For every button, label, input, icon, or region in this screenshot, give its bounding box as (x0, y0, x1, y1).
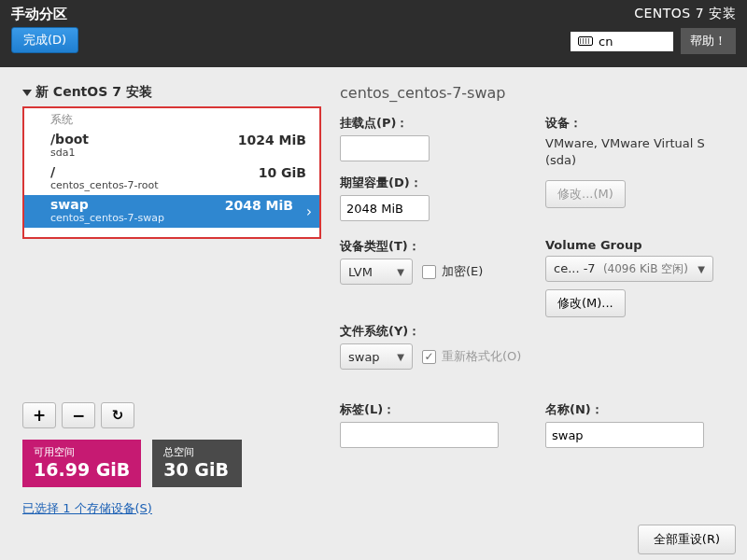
reload-icon: ↻ (112, 407, 124, 424)
name-label: 名称(N)： (545, 401, 732, 418)
chevron-right-icon: › (306, 203, 312, 220)
space-summary: 可用空间 16.99 GiB 总空间 30 GiB (22, 440, 321, 487)
encrypt-checkbox-row[interactable]: 加密(E) (422, 263, 483, 280)
keyboard-layout-selector[interactable]: cn (571, 32, 673, 51)
devtype-value: LVM (348, 265, 373, 279)
device-label: 设备： (545, 115, 732, 132)
fs-label: 文件系统(Y)： (340, 323, 527, 340)
chevron-down-icon (22, 90, 32, 96)
partition-size: 2048 MiB (225, 198, 293, 213)
storage-devices-link[interactable]: 已选择 1 个存储设备(S) (22, 500, 152, 517)
name-input[interactable] (545, 422, 704, 448)
vg-label: Volume Group (545, 238, 732, 252)
help-button[interactable]: 帮助！ (681, 28, 736, 54)
done-button[interactable]: 完成(D) (11, 27, 78, 53)
encrypt-checkbox[interactable] (422, 265, 436, 279)
capacity-label: 期望容量(D)： (340, 175, 527, 191)
partition-list-panel: 新 CentOS 7 安装 系统 /boot sda1 1024 MiB / c… (22, 84, 321, 517)
total-space-value: 30 GiB (163, 459, 231, 480)
partition-device: centos_centos-7-root (50, 179, 306, 191)
total-space-label: 总空间 (163, 445, 231, 459)
fs-select[interactable]: swap ▼ (340, 343, 413, 370)
fs-value: swap (348, 350, 380, 364)
chevron-down-icon: ▼ (698, 264, 705, 274)
devtype-label: 设备类型(T)： (340, 238, 527, 255)
partition-list: 系统 /boot sda1 1024 MiB / centos_centos-7… (22, 106, 321, 239)
keyboard-layout-label: cn (599, 35, 613, 49)
chevron-down-icon: ▼ (397, 267, 404, 277)
reset-all-button[interactable]: 全部重设(R) (638, 525, 736, 554)
installer-title: CENTOS 7 安装 (634, 6, 736, 22)
mountpoint-input[interactable] (340, 135, 430, 161)
page-title: 手动分区 (11, 6, 78, 23)
reformat-label: 重新格式化(O) (442, 348, 521, 365)
total-space-box: 总空间 30 GiB (152, 440, 242, 487)
mountpoint-label: 挂载点(P)： (340, 115, 527, 132)
partition-device: centos_centos-7-swap (50, 212, 293, 224)
partition-row-swap[interactable]: swap centos_centos-7-swap 2048 MiB › (24, 195, 319, 228)
add-partition-button[interactable]: + (22, 402, 56, 428)
device-text: VMware, VMware Virtual S (sda) (545, 135, 732, 169)
reload-button[interactable]: ↻ (101, 402, 134, 428)
partition-size: 1024 MiB (238, 133, 306, 147)
vg-value: ce... -7 (4096 KiB 空闲) (554, 261, 688, 277)
encrypt-label: 加密(E) (442, 263, 483, 280)
vg-select[interactable]: ce... -7 (4096 KiB 空闲) ▼ (545, 256, 713, 282)
partition-row-root[interactable]: / centos_centos-7-root 10 GiB (24, 162, 319, 195)
tag-input[interactable] (340, 422, 499, 448)
available-space-label: 可用空间 (34, 445, 130, 459)
available-space-value: 16.99 GiB (34, 459, 130, 480)
partition-size: 10 GiB (259, 165, 306, 180)
available-space-box: 可用空间 16.99 GiB (22, 440, 141, 487)
modify-device-button: 修改...(M) (545, 180, 626, 208)
detail-panel: centos_centos-7-swap 挂载点(P)： 设备： VMware,… (340, 84, 732, 517)
detail-title: centos_centos-7-swap (340, 84, 732, 102)
keyboard-icon (578, 36, 593, 46)
install-header-label: 新 CentOS 7 安装 (35, 84, 152, 101)
reformat-checkbox-row: 重新格式化(O) (422, 348, 521, 365)
modify-vg-button[interactable]: 修改(M)... (545, 289, 626, 317)
reformat-checkbox (422, 350, 436, 364)
remove-partition-button[interactable]: − (62, 402, 95, 428)
top-bar: 手动分区 完成(D) CENTOS 7 安装 cn 帮助！ (0, 0, 747, 67)
capacity-input[interactable] (340, 195, 430, 221)
partition-toolbar: + − ↻ (22, 402, 321, 428)
partition-device: sda1 (50, 147, 306, 159)
partition-row-boot[interactable]: /boot sda1 1024 MiB (24, 130, 319, 162)
tag-label: 标签(L)： (340, 401, 527, 418)
devtype-select[interactable]: LVM ▼ (340, 259, 413, 285)
partition-group-label: 系统 (24, 108, 319, 130)
chevron-down-icon: ▼ (397, 352, 404, 362)
install-header[interactable]: 新 CentOS 7 安装 (22, 84, 321, 101)
